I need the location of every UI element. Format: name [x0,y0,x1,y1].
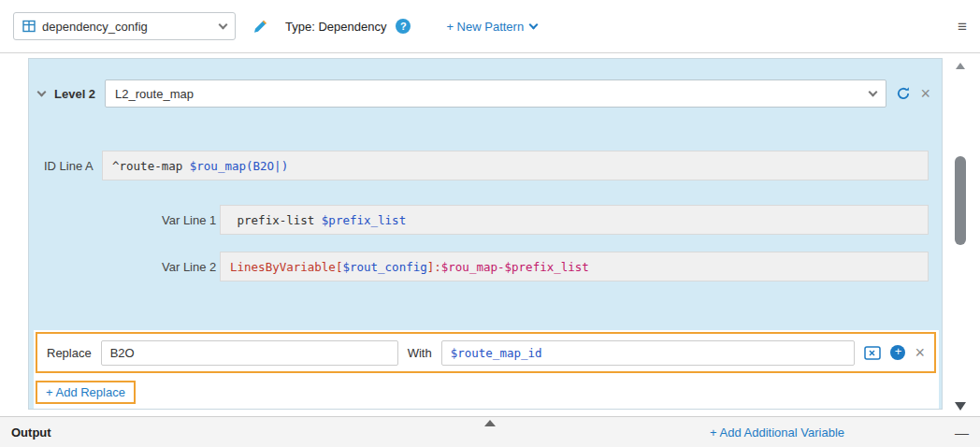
replace-label: Replace [47,346,92,360]
with-label: With [408,346,432,360]
level2-name-value: L2_route_map [115,87,870,101]
var-line-1-label: Var Line 1 [162,213,220,227]
level2-panel: Level 2 L2_route_map × ID Line A ^route-… [28,58,943,410]
with-input[interactable] [441,340,856,366]
add-additional-variable-link[interactable]: + Add Additional Variable [710,425,844,440]
refresh-button[interactable] [896,86,911,101]
collapse-panel-handle[interactable] [484,420,496,426]
id-line-a-label: ID Line A [44,159,102,173]
remove-replace-button[interactable]: × [915,344,925,361]
output-title: Output [11,425,51,440]
scrollbar-thumb[interactable] [955,156,966,245]
var-line-2-seg2: $rout_config [342,260,426,274]
refresh-icon [896,86,911,101]
level2-header-row: Level 2 L2_route_map × [38,79,930,108]
formula-icon [864,346,881,360]
level2-label: Level 2 [54,87,95,101]
remove-level-button[interactable]: × [920,85,930,102]
top-toolbar: dependency_config Type: Dependency ? + N… [0,0,980,52]
var-line-2-label: Var Line 2 [162,260,220,274]
chevron-down-icon [219,21,228,30]
chevron-down-icon [529,21,539,30]
id-line-a-variable: $rou_map(B2O|) [190,159,288,173]
chevron-down-icon [869,88,878,97]
pattern-select-value: dependency_config [42,20,213,34]
scroll-down-icon[interactable] [955,402,966,411]
replace-section: Replace With + × + Add Replace [34,330,939,409]
var-line-2-field[interactable]: LinesByVariable[ $rout_config ]: $rou_ma… [220,252,929,281]
menu-icon[interactable]: ≡ [958,19,967,35]
replace-row: Replace With + × [36,332,936,373]
var-line-1-field[interactable]: prefix-list $prefix_list [220,205,929,235]
vertical-scrollbar[interactable] [953,63,969,411]
var-line-2-row: Var Line 2 LinesByVariable[ $rout_config… [162,252,929,281]
var-line-2-seg4: $rou_map-$prefix_list [441,260,589,274]
scroll-up-icon[interactable] [956,63,965,69]
edit-pattern-button[interactable] [252,19,268,35]
table-icon [22,20,36,33]
id-line-a-row: ID Line A ^route-map $rou_map(B2O|) [44,151,929,180]
id-line-a-text: ^route-map [112,159,190,173]
var-line-1-row: Var Line 1 prefix-list $prefix_list [162,205,929,235]
help-icon[interactable]: ? [396,19,411,34]
var-line-2-seg3: ]: [427,260,441,274]
new-pattern-link[interactable]: + New Pattern [446,20,537,34]
collapse-chevron-icon[interactable] [37,88,47,97]
var-line-2-seg1: LinesByVariable[ [230,260,342,274]
add-replace-button[interactable]: + Add Replace [36,381,136,404]
pattern-editor-area: Level 2 L2_route_map × ID Line A ^route-… [0,52,980,416]
var-line-1-text: prefix-list [230,213,322,227]
new-pattern-label: + New Pattern [446,20,524,34]
minimize-icon[interactable]: — [955,425,969,440]
pencil-icon [252,19,268,35]
variable-picker-button[interactable] [864,346,881,360]
var-line-1-variable: $prefix_list [322,213,406,227]
level2-name-select[interactable]: L2_route_map [105,79,886,108]
replace-input[interactable] [101,340,398,366]
output-bar: Output + Add Additional Variable — [0,416,980,447]
pattern-select[interactable]: dependency_config [13,12,236,40]
id-line-a-field[interactable]: ^route-map $rou_map(B2O|) [102,151,929,180]
type-label: Type: Dependency [285,20,386,34]
add-icon[interactable]: + [890,345,905,360]
